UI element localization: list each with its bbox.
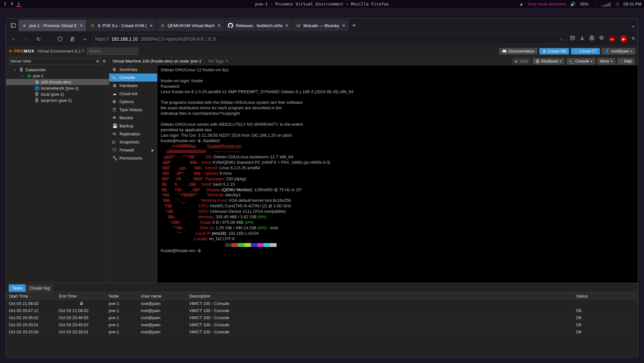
user-menu-button[interactable]: 👤root@pam ▾ <box>602 48 635 54</box>
lock-warning-icon[interactable] <box>68 34 77 44</box>
back-button[interactable]: ← <box>9 34 18 44</box>
submenu-summary[interactable]: 🗎Summary <box>109 65 157 74</box>
help-button[interactable]: ?Help <box>617 58 635 64</box>
vm-console[interactable]: Debian GNU/Linux 12 frostie-vm tty1 fros… <box>157 65 638 283</box>
tab-cluster-log[interactable]: Cluster log <box>26 284 53 292</box>
net-icon: 🌐 <box>34 86 39 91</box>
tree-node-datacenter[interactable]: ▾🗄Datacenter <box>6 67 109 73</box>
task-col-user-name[interactable]: User name <box>138 292 187 300</box>
pencil-icon[interactable]: ✎ <box>225 59 229 64</box>
volume-icon[interactable]: 🔊 <box>570 2 575 6</box>
tab-github[interactable]: Releases · fastfetch-cli/fa ✕ <box>225 20 292 31</box>
extensions-icon[interactable] <box>599 35 604 43</box>
task-row[interactable]: Oct 03 20:47:12Oct 03 21:06:02pve-1root@… <box>6 307 638 314</box>
submenu-options[interactable]: ⚙Options <box>109 98 157 106</box>
ublock-icon[interactable]: uo <box>609 35 616 43</box>
forward-button[interactable]: → <box>22 34 31 44</box>
task-row[interactable]: Oct 03 21:06:02🖥pve-1root@pamVM/CT 100 -… <box>6 300 638 307</box>
shield-icon[interactable] <box>56 34 65 44</box>
submenu-cloud-init[interactable]: ☁Cloud-Init <box>109 90 157 98</box>
more-button[interactable]: More ▾ <box>597 58 615 64</box>
close-icon[interactable]: ✕ <box>149 23 153 28</box>
url-input[interactable]: https://192.168.1.10:8006/#v1:0:=qemu%2F… <box>92 34 567 44</box>
shutdown-button[interactable]: ⏻Shutdown ▾ <box>533 58 564 64</box>
close-icon[interactable]: ✕ <box>285 23 289 28</box>
tags-label[interactable]: No Tags ✎ <box>209 59 229 64</box>
tabs-menu-icon[interactable]: ⌄ <box>631 23 635 29</box>
submenu-monitor[interactable]: 👁Monitor <box>109 114 157 122</box>
tab-qemu-docs[interactable]: ⊞ QEMU/KVM Virtual Mach ✕ <box>157 20 224 31</box>
proxmox-header: ✕ PROMOX Virtual Environment 8.2.7 📖Docu… <box>6 45 638 57</box>
create-ct-button[interactable]: ⬚Create CT <box>571 48 600 54</box>
task-col-end-time[interactable]: End Time <box>56 292 106 300</box>
close-icon[interactable]: ✕ <box>80 23 83 28</box>
bookmark-star-icon[interactable]: ☆ <box>560 36 564 42</box>
tree-view-select[interactable]: Server View <box>9 58 100 64</box>
tab-bluesky[interactable]: 🦋 Mutuals — Bluesky ✕ <box>292 20 348 31</box>
submenu-snapshots[interactable]: ⎙Snapshots <box>109 138 157 146</box>
workspace-4[interactable]: 4 <box>9 1 14 7</box>
start-button[interactable]: ▶Start <box>512 58 531 64</box>
tree-node-pve-1[interactable]: ▾🖳pve-1 <box>6 73 109 79</box>
account-icon[interactable] <box>589 35 594 43</box>
submenu-replication[interactable]: ⟲Replication <box>109 130 157 138</box>
workspace-switcher[interactable]: 2 4 1 <box>3 1 21 7</box>
svg-rect-0 <box>11 24 15 27</box>
submenu-firewall[interactable]: 🛡Firewall▶ <box>109 146 157 154</box>
submenu-backup[interactable]: 💾Backup <box>109 122 157 130</box>
tab-proxmox[interactable]: ◆ pve-1 - Proxmox Virtual E ✕ <box>18 20 86 31</box>
task-row[interactable]: Oct 03 20:45:02Oct 03 20:46:55pve-1root@… <box>6 314 638 321</box>
workspace-2[interactable]: 2 <box>3 1 7 7</box>
pocket-icon[interactable] <box>570 35 575 43</box>
server-icon: 🗄 <box>19 67 24 72</box>
gear-icon[interactable]: ⚙ <box>102 59 106 64</box>
bluesky-icon: 🦋 <box>296 23 301 28</box>
task-col-start-time[interactable]: Start Time ↓ <box>6 292 56 300</box>
sidebar-toggle-icon[interactable] <box>9 21 18 30</box>
task-row[interactable]: Oct 03 20:15:00Oct 03 20:30:01pve-1root@… <box>6 329 638 336</box>
tasks-grid[interactable]: Start Time ↓End TimeNodeUser nameDescrip… <box>6 292 638 357</box>
task-col-status[interactable]: Status <box>573 292 638 300</box>
submenu-label: Backup <box>119 123 133 128</box>
url-scheme: https:// <box>95 36 109 42</box>
close-icon[interactable]: ✕ <box>217 23 221 28</box>
tree-node-local--pve-1-[interactable]: 🗄local (pve-1) <box>6 91 109 97</box>
task-col-node[interactable]: Node <box>106 292 138 300</box>
tree-label: local-lvm (pve-1) <box>41 98 72 103</box>
tab-pve-docs[interactable]: ⊞ 6. PVE 8.x - Create KVM ( ✕ <box>87 20 156 31</box>
task-row[interactable]: Oct 03 20:30:01Oct 03 20:45:02pve-1root@… <box>6 321 638 329</box>
youtube-ext-icon[interactable]: ▶ <box>620 35 627 43</box>
submenu-console[interactable]: >_Console <box>109 74 157 82</box>
reload-button[interactable]: ↻ <box>34 34 43 44</box>
github-icon <box>228 23 233 28</box>
wifi-icon[interactable]: ▂▄▆ <box>601 2 611 6</box>
proxmox-doc-icon: ⊞ <box>90 23 95 28</box>
hamburger-menu-icon[interactable]: ≡ <box>632 35 635 43</box>
expand-icon[interactable]: ▾ <box>22 74 25 78</box>
expand-icon[interactable]: ▾ <box>14 68 17 72</box>
downloads-icon[interactable] <box>580 35 585 43</box>
proxmox-doc-icon: ⊞ <box>160 23 165 28</box>
close-icon[interactable]: ✕ <box>342 23 346 28</box>
tab-tasks[interactable]: Tasks <box>9 284 26 292</box>
search-input[interactable] <box>87 48 138 55</box>
tree-node-localnetwork--pve-1-[interactable]: 🌐localnetwork (pve-1) <box>6 85 109 91</box>
node-icon: 🖳 <box>27 74 31 78</box>
create-vm-button[interactable]: 🖥Create VM <box>539 48 569 54</box>
new-tab-button[interactable]: + <box>349 22 359 29</box>
submenu-label: Options <box>119 99 134 104</box>
submenu-permissions[interactable]: 🔧Permissions <box>109 154 157 162</box>
tree-node-100--frostie-dev-[interactable]: 🖥100 (frostie.dev) <box>6 79 109 85</box>
task-col-description[interactable]: Description <box>187 292 573 300</box>
submenu-task-history[interactable]: 🗒Task History <box>109 106 157 114</box>
console-button[interactable]: >_Console ▾ <box>566 58 596 64</box>
sort-down-icon: ↓ <box>30 295 32 298</box>
network-icon[interactable]: ⟋ <box>593 2 597 6</box>
tree-node-local-lvm--pve-1-[interactable]: 🗄local-lvm (pve-1) <box>6 97 109 103</box>
workspace-1[interactable]: 1 <box>16 1 21 7</box>
permissions-icon[interactable]: ⊸ <box>80 34 89 44</box>
submenu-hardware[interactable]: 🖥Hardware <box>109 82 157 90</box>
color-palette <box>225 243 635 247</box>
documentation-button[interactable]: 📖Documentation <box>499 48 537 54</box>
browser-toolbar: ← → ↻ ⊸ https://192.168.1.10:8006/#v1:0:… <box>6 33 638 45</box>
